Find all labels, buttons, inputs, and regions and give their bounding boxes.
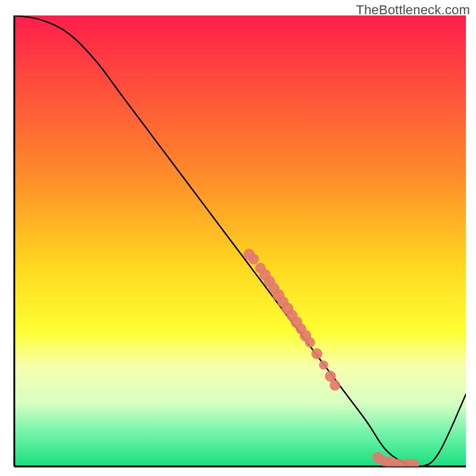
bottleneck-chart [0,0,476,476]
plot-background-gradient [14,15,466,466]
data-point [305,337,315,347]
data-point [319,361,328,370]
data-point [409,459,419,469]
data-point [311,348,322,359]
chart-frame: TheBottleneck.com [0,0,476,476]
attribution-text: TheBottleneck.com [356,2,470,18]
data-point [330,380,340,391]
data-point [248,253,259,264]
